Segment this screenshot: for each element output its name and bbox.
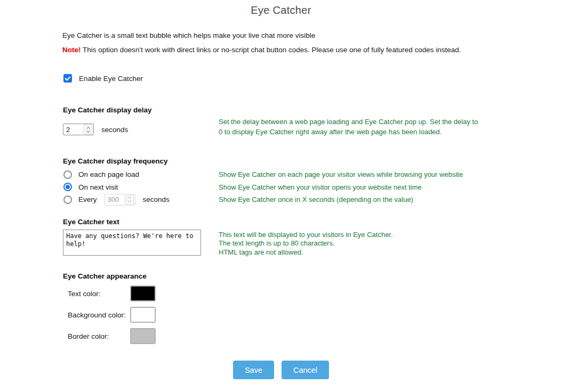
frequency-help-line: Show Eye Catcher once in X seconds (depe… — [219, 193, 463, 206]
border-color-swatch[interactable] — [130, 328, 156, 344]
frequency-option-next-visit[interactable]: On next visit — [63, 181, 170, 194]
frequency-unit-label: seconds — [143, 195, 170, 203]
frequency-option-label-prefix: Every — [78, 195, 97, 203]
delay-spinner[interactable] — [84, 125, 92, 134]
frequency-option-every-x-seconds[interactable]: Every 300 seconds — [63, 193, 170, 206]
intro-description: Eye Catcher is a small text bubble which… — [62, 31, 315, 39]
note-label: Note! — [62, 46, 81, 54]
eye-catcher-settings-page: Eye Catcher Eye Catcher is a small text … — [0, 0, 562, 392]
display-frequency-options: On each page load On next visit Every 30… — [63, 168, 170, 206]
text-color-row: Text color: — [68, 285, 156, 302]
spinner-down-icon[interactable] — [127, 199, 131, 202]
delay-help-line1: Set the delay between a web page loading… — [219, 118, 428, 126]
appearance-heading: Eye Catcher appearance — [63, 272, 147, 280]
frequency-seconds-input[interactable]: 300 — [105, 194, 135, 206]
radio-each-page-load[interactable] — [63, 170, 72, 179]
display-frequency-help: Show Eye Catcher on each page your visit… — [219, 168, 463, 206]
enable-checkbox[interactable] — [63, 74, 72, 83]
text-help-line: The text length is up to 80 characters. — [219, 239, 393, 248]
text-help-line: This text will be displayed to your visi… — [219, 231, 393, 239]
text-color-label: Text color: — [68, 290, 130, 298]
delay-seconds-input[interactable]: 2 — [63, 124, 94, 135]
appearance-rows: Text color: Background color: Border col… — [68, 285, 156, 349]
frequency-help-line: Show Eye Catcher on each page your visit… — [219, 168, 463, 181]
frequency-option-label: On each page load — [78, 170, 139, 178]
save-button[interactable]: Save — [233, 361, 274, 379]
enable-checkbox-label: Enable Eye Catcher — [79, 75, 143, 83]
delay-seconds-value: 2 — [66, 126, 84, 134]
border-color-label: Border color: — [68, 332, 130, 340]
eye-catcher-text-input[interactable]: Have any questions? We're here to help! — [63, 230, 201, 256]
background-color-row: Background color: — [68, 306, 156, 323]
display-frequency-heading: Eye Catcher display frequency — [63, 157, 168, 165]
eye-catcher-text-help: This text will be displayed to your visi… — [219, 231, 393, 257]
display-delay-row: 2 seconds — [63, 124, 128, 135]
text-color-swatch[interactable] — [130, 285, 156, 301]
action-buttons: Save Cancel — [0, 361, 562, 379]
page-title: Eye Catcher — [0, 4, 562, 17]
enable-eye-catcher-row[interactable]: Enable Eye Catcher — [63, 74, 143, 83]
note-paragraph: Note! This option doesn't work with dire… — [62, 46, 461, 54]
background-color-label: Background color: — [68, 311, 130, 319]
eye-catcher-text-heading: Eye Catcher text — [63, 218, 119, 226]
frequency-spinner[interactable] — [125, 195, 134, 205]
frequency-option-label: On next visit — [78, 183, 118, 191]
frequency-help-line: Show Eye Catcher when your visitor opens… — [219, 181, 463, 194]
note-text: This option doesn't work with direct lin… — [81, 46, 461, 54]
text-help-line: HTML tags are not allowed. — [219, 248, 393, 257]
border-color-row: Border color: — [68, 328, 156, 345]
background-color-swatch[interactable] — [130, 307, 156, 323]
radio-next-visit[interactable] — [63, 183, 72, 191]
frequency-seconds-value: 300 — [108, 195, 125, 203]
frequency-option-each-page-load[interactable]: On each page load — [63, 168, 170, 181]
display-delay-heading: Eye Catcher display delay — [63, 106, 152, 114]
radio-every-x-seconds[interactable] — [63, 195, 72, 204]
cancel-button[interactable]: Cancel — [282, 361, 329, 379]
display-delay-help: Set the delay between a web page loading… — [219, 117, 481, 137]
delay-unit-label: seconds — [101, 126, 128, 134]
